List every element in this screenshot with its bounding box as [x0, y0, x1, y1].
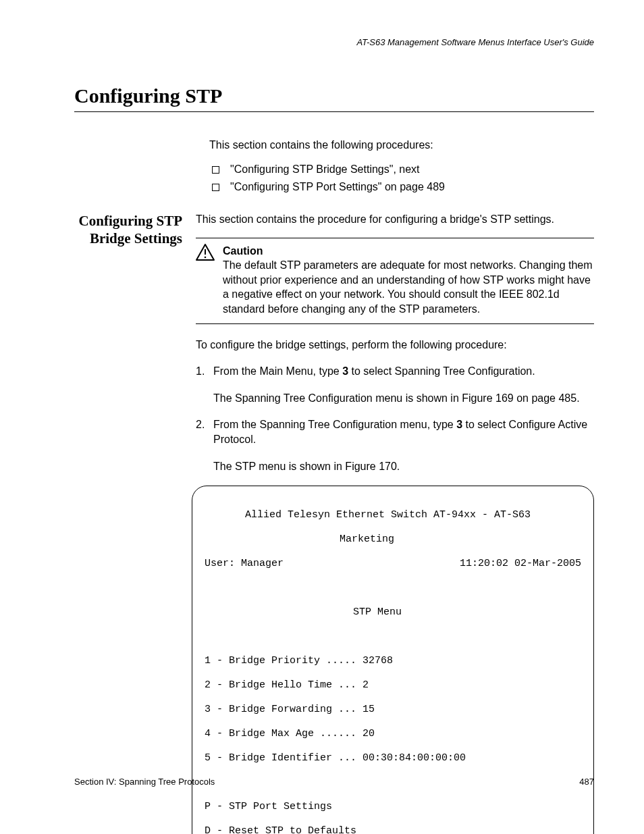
term-user: User: Manager — [205, 558, 284, 570]
square-bullet-icon — [212, 166, 219, 174]
list-item: "Configuring STP Bridge Settings", next — [209, 163, 594, 176]
step-key: 3 — [342, 365, 348, 377]
term-title: Allied Telesyn Ethernet Switch AT-94xx -… — [205, 509, 581, 521]
step-sub: The STP menu is shown in Figure 170. — [213, 459, 594, 474]
page-number: 487 — [579, 777, 594, 787]
side-body-text: This section contains the procedure for … — [196, 212, 594, 227]
caution-block: Caution The default STP parameters are a… — [196, 238, 594, 324]
square-bullet-icon — [212, 184, 219, 191]
caution-title: Caution — [223, 245, 263, 257]
term-menu-item: 3 - Bridge Forwarding ... 15 — [205, 704, 581, 716]
warning-icon — [196, 244, 216, 317]
running-header: AT-S63 Management Software Menus Interfa… — [74, 37, 594, 47]
list-item: "Configuring STP Port Settings" on page … — [209, 181, 594, 193]
intro-text: This section contains the following proc… — [209, 139, 594, 151]
term-menu-item: D - Reset STP to Defaults — [205, 825, 581, 834]
term-menu-item: 2 - Bridge Hello Time ... 2 — [205, 679, 581, 692]
step-text: From the Main Menu, type — [213, 365, 342, 377]
list-item-text: "Configuring STP Port Settings" on page … — [230, 181, 445, 193]
side-heading: Configuring STP Bridge Settings — [74, 212, 196, 834]
step-text: to select Spanning Tree Configuration. — [348, 365, 535, 377]
term-menu-name: STP Menu — [205, 606, 581, 619]
bullet-list: "Configuring STP Bridge Settings", next … — [209, 163, 594, 193]
term-menu-item: P - STP Port Settings — [205, 801, 581, 813]
step-text: From the Spanning Tree Configuration men… — [213, 419, 456, 430]
term-subtitle: Marketing — [205, 533, 581, 546]
term-menu-item: 4 - Bridge Max Age ...... 20 — [205, 728, 581, 740]
svg-point-2 — [205, 256, 207, 258]
term-datetime: 11:20:02 02-Mar-2005 — [460, 558, 581, 570]
step-number: 1. — [196, 364, 205, 379]
procedure-intro: To configure the bridge settings, perfor… — [196, 338, 594, 353]
step-1: 1. From the Main Menu, type 3 to select … — [196, 364, 594, 405]
term-menu-item: 5 - Bridge Identifier ... 00:30:84:00:00… — [205, 752, 581, 764]
page-title: Configuring STP — [74, 84, 594, 112]
term-menu-item: 1 - Bridge Priority ..... 32768 — [205, 655, 581, 667]
step-key: 3 — [456, 419, 462, 430]
list-item-text: "Configuring STP Bridge Settings", next — [230, 163, 420, 176]
caution-body: The default STP parameters are adequate … — [223, 259, 593, 315]
footer-section: Section IV: Spanning Tree Protocols — [74, 777, 215, 787]
step-2: 2. From the Spanning Tree Configuration … — [196, 417, 594, 473]
step-number: 2. — [196, 417, 205, 432]
step-sub: The Spanning Tree Configuration menu is … — [213, 391, 594, 406]
